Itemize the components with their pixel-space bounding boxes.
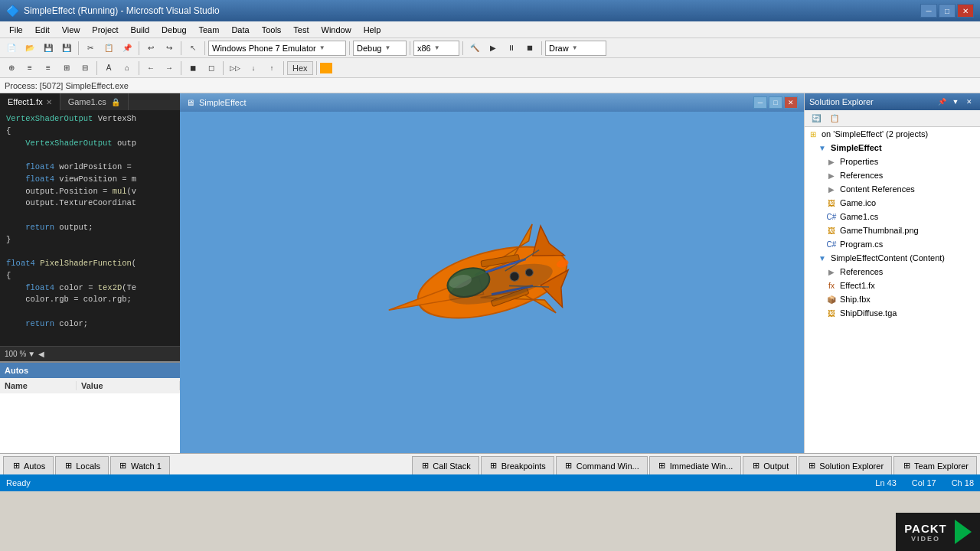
tab-effect1fx[interactable]: Effect1.fx ✕ [0,93,60,110]
debug-step-over[interactable]: ▷▷ [227,60,243,76]
tb2-btn7[interactable]: ⌂ [119,60,136,76]
tb2-btn5[interactable]: ⊟ [77,60,93,76]
tab-effect1fx-close[interactable]: ✕ [46,98,52,106]
config-dropdown[interactable]: Debug ▼ [353,41,407,56]
menu-debug[interactable]: Debug [155,21,192,37]
tb2-btn2[interactable]: ≡ [21,60,38,76]
se-project-simpleeffect[interactable]: ▼ SimpleEffect [805,141,980,155]
menu-team[interactable]: Team [193,21,226,37]
platform-dropdown[interactable]: x86 ▼ [413,41,459,56]
stop-btn[interactable]: ⏹ [521,41,538,56]
tb2-btn10[interactable]: ◼ [185,60,201,76]
menu-project[interactable]: Project [86,21,124,37]
paste-btn[interactable]: 📌 [119,41,136,56]
tab-commandwin[interactable]: ⊞ Command Win... [556,456,648,474]
menu-help[interactable]: Help [358,21,387,37]
status-col: Col 17 [912,478,936,487]
maximize-button[interactable]: □ [939,4,956,18]
menu-window[interactable]: Window [315,21,358,37]
tab-solutionexplorer[interactable]: ⊞ Solution Explorer [799,456,892,474]
redo-btn[interactable]: ↪ [161,41,178,56]
open-btn[interactable]: 📂 [21,41,38,56]
draw-dropdown[interactable]: Draw ▼ [545,41,606,56]
se-content-refs[interactable]: ▶ References [805,265,980,279]
save-all-btn[interactable]: 💾 [58,41,75,56]
tb2-btn1[interactable]: ⊕ [3,60,20,76]
build-btn[interactable]: 🔨 [466,41,483,56]
tb2-btn11[interactable]: ◻ [203,60,220,76]
menu-tools[interactable]: Tools [256,21,288,37]
se-refresh-btn[interactable]: 🔄 [808,111,825,126]
immwin-tab-icon: ⊞ [658,461,667,471]
se-png-icon: 🖼 [826,225,837,236]
emulator-min-btn[interactable]: ─ [753,96,767,109]
se-content-references[interactable]: ▶ Content References [805,182,980,196]
tab-watch1[interactable]: ⊞ Watch 1 [110,456,170,474]
se-tab-icon: ⊞ [807,461,816,471]
zoom-arrow[interactable]: ▼ [28,350,35,358]
se-gamethumbnail[interactable]: 🖼 GameThumbnail.png [805,223,980,237]
emulator-dropdown[interactable]: Windows Phone 7 Emulator ▼ [208,41,346,56]
se-shipdiffuse[interactable]: 🖼 ShipDiffuse.tga [805,306,980,320]
tb2-btn6[interactable]: A [100,60,117,76]
menu-file[interactable]: File [3,21,29,37]
se-content-project[interactable]: ▼ SimpleEffectContent (Content) [805,251,980,265]
tab-autos[interactable]: ⊞ Autos [3,456,54,474]
menu-view[interactable]: View [56,21,87,37]
se-shipdiffuse-label: ShipDiffuse.tga [840,308,897,318]
tab-teamexplorer[interactable]: ⊞ Team Explorer [893,456,977,474]
menu-edit[interactable]: Edit [29,21,56,37]
tab-breakpoints[interactable]: ⊞ Breakpoints [481,456,554,474]
immwin-tab-label: Immediate Win... [670,461,733,471]
spaceship-graphic [339,160,645,405]
se-references[interactable]: ▶ References [805,168,980,182]
se-solution-icon: ⊞ [808,129,818,139]
se-game-ico[interactable]: 🖼 Game.ico [805,196,980,210]
se-options-btn[interactable]: ▼ [949,96,962,107]
run-btn[interactable]: ▶ [485,41,501,56]
se-game-ico-label: Game.ico [840,198,876,207]
tb2-btn8[interactable]: ← [142,60,159,76]
se-programcs[interactable]: C# Program.cs [805,237,980,251]
tab-immediatewin[interactable]: ⊞ Immediate Win... [649,456,742,474]
se-titlebar: Solution Explorer 📌 ▼ ✕ [805,93,980,110]
tab-game1cs[interactable]: Game1.cs 🔒 [60,93,129,110]
tab-locals[interactable]: ⊞ Locals [55,456,109,474]
code-content[interactable]: VertexShaderOutput VertexSh { VertexShad… [0,110,180,346]
se-close-btn[interactable]: ✕ [963,96,975,107]
tb2-btn4[interactable]: ⊞ [58,60,75,76]
menu-test[interactable]: Test [287,21,315,37]
se-shipfbx[interactable]: 📦 Ship.fbx [805,292,980,306]
se-effect1fx[interactable]: fx Effect1.fx [805,279,980,292]
se-game1cs[interactable]: C# Game1.cs [805,210,980,223]
se-controls: 📌 ▼ ✕ [936,96,975,107]
undo-btn[interactable]: ↩ [142,41,159,56]
se-properties[interactable]: ▶ Properties [805,155,980,168]
menu-build[interactable]: Build [125,21,155,37]
vs-icon: 🔷 [6,5,19,17]
tab-callstack[interactable]: ⊞ Call Stack [412,456,479,474]
autos-panel: Autos Name Value [0,361,180,453]
tb2-btn3[interactable]: ≡ [40,60,57,76]
se-proppage-btn[interactable]: 📋 [826,111,843,126]
emulator-close-btn[interactable]: ✕ [784,96,798,109]
se-solution-header[interactable]: ⊞ on 'SimpleEffect' (2 projects) [805,127,980,141]
debug-step-into[interactable]: ↓ [245,60,262,76]
hex-btn[interactable]: Hex [287,61,313,75]
new-file-btn[interactable]: 📄 [3,41,20,56]
code-line-9 [6,210,174,222]
menu-data[interactable]: Data [225,21,255,37]
copy-btn[interactable]: 📋 [100,41,117,56]
tb2-color[interactable] [320,63,332,73]
cut-btn[interactable]: ✂ [82,41,99,56]
se-pin-btn[interactable]: 📌 [936,96,948,107]
pause-btn[interactable]: ⏸ [503,41,520,56]
minimize-button[interactable]: ─ [920,4,937,18]
tab-output[interactable]: ⊞ Output [743,456,797,474]
debug-step-out[interactable]: ↑ [263,60,280,76]
cursor-btn[interactable]: ↖ [185,41,201,56]
save-btn[interactable]: 💾 [40,41,57,56]
close-button[interactable]: ✕ [957,4,974,18]
tb2-btn9[interactable]: → [161,60,178,76]
emulator-max-btn[interactable]: □ [769,96,782,109]
